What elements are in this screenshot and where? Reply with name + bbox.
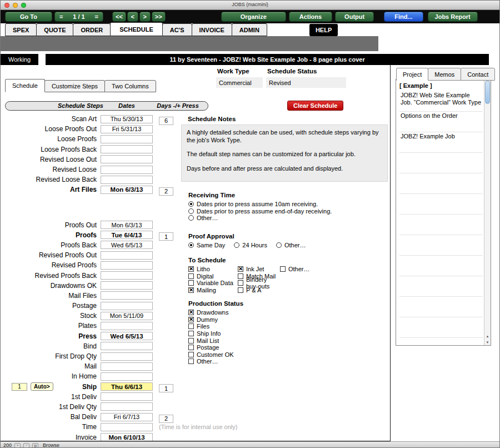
ship-auto-button[interactable]: Auto> xyxy=(31,382,53,391)
nav-prev-button[interactable]: < xyxy=(127,12,138,22)
date-field[interactable] xyxy=(101,302,153,310)
panel-list-item[interactable] xyxy=(399,215,483,235)
date-field[interactable] xyxy=(101,261,153,270)
date-field[interactable] xyxy=(101,423,153,431)
ship-qty-field[interactable]: 1 xyxy=(12,383,27,391)
work-type-value[interactable]: Commercial xyxy=(216,77,263,88)
date-field[interactable]: Wed 6/5/13 xyxy=(101,332,153,340)
organize-button[interactable]: Organize xyxy=(221,12,286,22)
panel-tab-memos[interactable]: Memos xyxy=(428,68,461,81)
production-status-option-files[interactable]: Files xyxy=(188,323,243,330)
proof-approval-option-1[interactable]: 24 Hours xyxy=(234,242,267,249)
production-status-option-customer-ok[interactable]: Customer OK xyxy=(188,351,243,359)
subtab-two-columns[interactable]: Two Columns xyxy=(104,80,156,92)
to-schedule-option-p-a[interactable]: P & A xyxy=(238,287,280,294)
production-status-option-other[interactable]: Other… xyxy=(188,358,243,365)
tab-help[interactable]: HELP xyxy=(309,24,338,36)
to-schedule-option-digital[interactable]: Digital xyxy=(188,273,238,280)
clear-schedule-button[interactable]: Clear Schedule xyxy=(287,101,343,111)
date-field[interactable]: Fri 6/7/13 xyxy=(101,413,153,421)
tab-order[interactable]: ORDER xyxy=(73,23,111,36)
date-field[interactable] xyxy=(101,251,153,260)
production-status-option-dummy[interactable]: Dummy xyxy=(188,316,243,323)
panel-list-item[interactable] xyxy=(399,235,483,256)
panel-list-item[interactable]: Options on the Order xyxy=(399,112,483,132)
mode-selector[interactable]: Browse xyxy=(43,442,59,448)
panel-list-item[interactable]: JOBZ! Example Job xyxy=(399,132,483,153)
date-field[interactable] xyxy=(101,155,153,163)
date-field[interactable]: Tue 6/4/13 xyxy=(101,231,153,239)
production-status-option-mail-list[interactable]: Mail List xyxy=(188,337,243,344)
panel-list-item[interactable] xyxy=(399,153,483,173)
date-field[interactable]: Fri 5/31/13 xyxy=(101,125,153,133)
tab-admin[interactable]: ADMIN xyxy=(232,23,267,36)
zoom-out-icon[interactable]: ▪ xyxy=(14,443,21,448)
find-button[interactable]: Find... xyxy=(384,12,423,22)
date-field[interactable] xyxy=(101,392,153,401)
panel-list-item[interactable] xyxy=(399,276,483,297)
date-field[interactable]: Thu 5/30/13 xyxy=(101,115,153,123)
date-field[interactable]: Thu 6/6/13 xyxy=(101,382,153,391)
date-field[interactable] xyxy=(101,322,153,330)
jobs-report-button[interactable]: Jobs Report xyxy=(428,12,478,22)
date-field[interactable]: Mon 6/3/13 xyxy=(101,221,153,229)
nav-next-button[interactable]: > xyxy=(139,12,151,22)
to-schedule-option-other[interactable]: Other… xyxy=(280,266,310,273)
subtab-customize-steps[interactable]: Customize Steps xyxy=(44,80,105,92)
scrollbar-thumb[interactable] xyxy=(485,81,490,104)
date-field[interactable] xyxy=(101,145,153,153)
goto-button[interactable]: Go To xyxy=(5,12,52,22)
panel-tab-contact[interactable]: Contact xyxy=(461,68,495,81)
date-field[interactable] xyxy=(101,271,153,280)
to-schedule-option-litho[interactable]: Litho xyxy=(188,266,238,273)
layout-mode-icon[interactable]: ▥ xyxy=(32,443,38,448)
tab-ac-s[interactable]: AC'S xyxy=(162,23,192,36)
panel-list-item[interactable] xyxy=(399,317,483,338)
to-schedule-option-mailing[interactable]: Mailing xyxy=(188,287,238,294)
panel-tab-project[interactable]: Project xyxy=(396,68,428,81)
subtab-schedule[interactable]: Schedule xyxy=(5,79,45,92)
date-field[interactable] xyxy=(101,291,153,300)
production-status-option-ship-info[interactable]: Ship Info xyxy=(188,330,243,337)
days-field[interactable]: 2 xyxy=(159,187,173,196)
date-field[interactable] xyxy=(101,352,153,361)
date-field[interactable]: Wed 6/5/13 xyxy=(101,241,153,249)
date-field[interactable] xyxy=(101,281,153,290)
receiving-time-option-2[interactable]: Other… xyxy=(188,215,332,222)
panel-scrollbar[interactable]: ▲ ▼ xyxy=(484,79,491,345)
to-schedule-option-bindery-buy-outs[interactable]: Bindery buy-outs xyxy=(238,280,280,287)
scroll-down-icon[interactable]: ▼ xyxy=(484,339,491,345)
nav-last-button[interactable]: >> xyxy=(152,12,166,22)
receiving-time-option-0[interactable]: Dates prior to press assume 10am receivi… xyxy=(188,201,332,208)
output-button[interactable]: Output xyxy=(335,12,374,22)
zoom-in-icon[interactable]: ▫ xyxy=(23,443,29,448)
record-pager-button[interactable]: = 1 / 1 = xyxy=(54,12,103,22)
panel-list-item[interactable] xyxy=(399,173,483,194)
to-schedule-option-ink-jet[interactable]: Ink Jet xyxy=(238,266,280,273)
proof-approval-option-2[interactable]: Other… xyxy=(276,242,306,249)
to-schedule-option-variable-data[interactable]: Variable Data xyxy=(188,280,238,287)
tab-schedule[interactable]: SCHEDULE xyxy=(110,22,163,36)
production-status-option-postage[interactable]: Postage xyxy=(188,344,243,351)
date-field[interactable] xyxy=(101,342,153,350)
date-field[interactable]: Mon 6/10/13 xyxy=(101,433,153,441)
tab-invoice[interactable]: INVOICE xyxy=(192,23,232,36)
date-field[interactable] xyxy=(101,176,153,184)
date-field[interactable] xyxy=(101,166,153,174)
panel-list-item[interactable] xyxy=(399,297,483,317)
receiving-time-option-1[interactable]: Dates prior to press assume end-of-day r… xyxy=(188,208,332,215)
actions-button[interactable]: Actions xyxy=(289,12,332,22)
schedule-status-value[interactable]: Revised xyxy=(266,77,346,88)
date-field[interactable]: Mon 5/11/09 xyxy=(101,312,153,320)
date-field[interactable] xyxy=(101,135,153,143)
tab-spex[interactable]: SPEX xyxy=(5,23,37,36)
panel-list-item[interactable] xyxy=(399,256,483,276)
scroll-up-icon[interactable]: ▲ xyxy=(484,333,491,339)
date-field[interactable] xyxy=(101,402,153,411)
panel-list-item[interactable] xyxy=(399,194,483,215)
date-field[interactable] xyxy=(101,362,153,371)
proof-approval-option-0[interactable]: Same Day xyxy=(188,242,225,249)
production-status-option-drawdowns[interactable]: Drawdowns xyxy=(188,309,243,316)
date-field[interactable]: Mon 6/3/13 xyxy=(101,186,153,194)
nav-first-button[interactable]: << xyxy=(112,12,126,22)
